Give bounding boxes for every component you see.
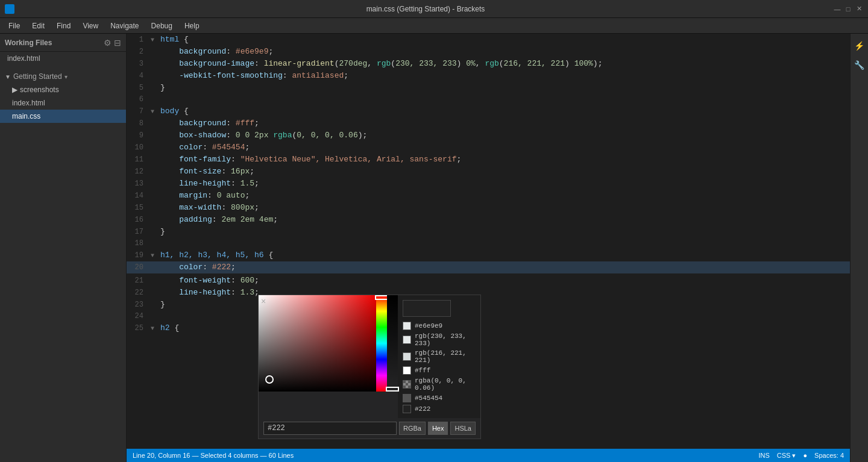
language-mode[interactable]: CSS ▾ bbox=[777, 452, 796, 460]
minimize-button[interactable]: — bbox=[833, 5, 841, 13]
close-button[interactable]: ✕ bbox=[855, 5, 863, 13]
code-line-17: 17 } bbox=[127, 226, 850, 238]
line-number: 20 bbox=[127, 262, 151, 273]
line-number: 14 bbox=[127, 190, 151, 202]
line-content: font-weight: 600; bbox=[160, 275, 850, 286]
menu-navigate[interactable]: Navigate bbox=[104, 18, 145, 34]
color-gradient-area[interactable] bbox=[259, 295, 376, 392]
line-content: html { bbox=[160, 34, 850, 45]
line-content: background: #e6e9e9; bbox=[160, 46, 850, 57]
code-line-16: 16 padding: 2em 2em 4em; bbox=[127, 214, 850, 226]
line-number: 13 bbox=[127, 178, 151, 190]
code-line-6: 6 bbox=[127, 94, 850, 105]
color-swatches: #e6e9e9 rgb(230, 233, 233) rgb(216, 221,… bbox=[398, 295, 480, 418]
line-content: padding: 2em 2em 4em; bbox=[160, 214, 850, 225]
code-line-22: 22 line-height: 1.3; bbox=[127, 287, 850, 299]
line-number: 6 bbox=[127, 94, 151, 105]
code-line-24: 24 bbox=[127, 311, 850, 322]
working-file-index-html[interactable]: index.html bbox=[0, 52, 126, 65]
line-content: color: #545454; bbox=[160, 142, 850, 153]
swatch-rgb-230[interactable]: rgb(230, 233, 233) bbox=[403, 332, 476, 347]
screenshots-folder[interactable]: ▶ screenshots bbox=[0, 83, 126, 96]
live-preview-icon[interactable]: ⚡ bbox=[852, 39, 867, 53]
project-header[interactable]: ▼ Getting Started ▾ bbox=[0, 70, 126, 83]
right-panel: ⚡ 🔧 bbox=[850, 34, 868, 462]
line-content: margin: 0 auto; bbox=[160, 190, 850, 201]
line-content: } bbox=[160, 226, 850, 237]
hsla-mode-button[interactable]: HSLa bbox=[450, 422, 476, 435]
statusbar: Line 20, Column 16 — Selected 4 columns … bbox=[127, 449, 850, 462]
menubar: File Edit Find View Navigate Debug Help bbox=[0, 18, 868, 34]
sidebar-header-icons: ⚙ ⊟ bbox=[104, 38, 121, 48]
color-cursor bbox=[265, 375, 274, 384]
sidebar: Working Files ⚙ ⊟ index.html ▼ Getting S… bbox=[0, 34, 127, 462]
menu-file[interactable]: File bbox=[2, 18, 26, 34]
line-content: box-shadow: 0 0 2px rgba(0, 0, 0, 0.06); bbox=[160, 130, 850, 141]
code-line-8: 8 background: #fff; bbox=[127, 117, 850, 130]
fold-arrow: ▼ bbox=[151, 323, 160, 334]
swatch-e6e9e9[interactable]: #e6e9e9 bbox=[403, 322, 476, 330]
line-number: 2 bbox=[127, 46, 151, 58]
menu-debug[interactable]: Debug bbox=[145, 18, 178, 34]
line-number: 3 bbox=[127, 58, 151, 70]
swatch-color-rgb-230 bbox=[403, 336, 411, 344]
color-gradient-dark-overlay bbox=[259, 295, 376, 392]
line-content: background: #fff; bbox=[160, 117, 850, 129]
swatch-color-222 bbox=[403, 405, 411, 413]
line-content: body { bbox=[160, 105, 850, 117]
alpha-slider[interactable] bbox=[387, 295, 398, 392]
project-file-main-css[interactable]: main.css bbox=[0, 110, 126, 123]
titlebar: main.css (Getting Started) - Brackets — … bbox=[0, 0, 868, 18]
code-line-13: 13 line-height: 1.5; bbox=[127, 178, 850, 190]
line-number: 11 bbox=[127, 154, 151, 166]
line-content: max-width: 800px; bbox=[160, 202, 850, 213]
code-line-9: 9 box-shadow: 0 0 2px rgba(0, 0, 0, 0.06… bbox=[127, 130, 850, 142]
hue-indicator bbox=[375, 295, 388, 300]
code-line-18: 18 bbox=[127, 238, 850, 249]
cursor-position: Line 20, Column 16 — Selected 4 columns … bbox=[133, 452, 294, 459]
app-icon bbox=[5, 4, 14, 14]
swatch-rgb-216[interactable]: rgb(216, 221, 221) bbox=[403, 349, 476, 364]
menu-edit[interactable]: Edit bbox=[26, 18, 51, 34]
line-number: 7 bbox=[127, 106, 151, 117]
maximize-button[interactable]: □ bbox=[844, 5, 852, 13]
project-file-index-html[interactable]: index.html bbox=[0, 96, 126, 110]
hue-slider[interactable] bbox=[376, 295, 387, 392]
line-number: 10 bbox=[127, 142, 151, 154]
line-content: } bbox=[160, 82, 850, 93]
code-editor-bottom[interactable]: 21 font-weight: 600;22 line-height: 1.3;… bbox=[127, 275, 850, 449]
code-editor[interactable]: 1▼html {2 background: #e6e9e9;3 backgrou… bbox=[127, 34, 850, 275]
rgba-mode-button[interactable]: RGBa bbox=[399, 422, 426, 435]
main-layout: Working Files ⚙ ⊟ index.html ▼ Getting S… bbox=[0, 34, 868, 462]
code-line-20: 20 color: #222; bbox=[127, 261, 850, 273]
line-number: 15 bbox=[127, 202, 151, 214]
swatch-545454[interactable]: #545454 bbox=[403, 394, 476, 402]
line-number: 9 bbox=[127, 130, 151, 142]
line-number: 21 bbox=[127, 275, 151, 287]
swatch-222[interactable]: #222 bbox=[403, 405, 476, 413]
swatch-fff[interactable]: #fff bbox=[403, 366, 476, 375]
settings-icon[interactable]: ⚙ bbox=[104, 38, 112, 48]
editor-area: 1▼html {2 background: #e6e9e9;3 backgrou… bbox=[127, 34, 850, 462]
menu-view[interactable]: View bbox=[77, 18, 104, 34]
line-content: font-family: "Helvetica Neue", Helvetica… bbox=[160, 154, 850, 165]
swatch-color-e6e9e9 bbox=[403, 322, 411, 330]
swatch-rgba-transparent[interactable]: rgba(0, 0, 0, 0.06) bbox=[403, 377, 476, 392]
hex-mode-button[interactable]: Hex bbox=[428, 422, 448, 435]
menu-help[interactable]: Help bbox=[178, 18, 206, 34]
swatch-color-fff bbox=[403, 366, 411, 375]
line-number: 19 bbox=[127, 250, 151, 261]
fold-arrow: ▼ bbox=[151, 34, 160, 46]
hex-input[interactable]: #222 bbox=[263, 422, 397, 435]
color-picker-close-button[interactable]: × bbox=[261, 296, 266, 306]
color-picker-bottom: #222 RGBa Hex HSLa bbox=[259, 418, 480, 439]
working-files-header: Working Files ⚙ ⊟ bbox=[0, 34, 126, 52]
code-line-5: 5 } bbox=[127, 82, 850, 94]
color-picker: × bbox=[258, 295, 481, 439]
split-icon[interactable]: ⊟ bbox=[114, 38, 121, 48]
spaces-setting[interactable]: Spaces: 4 bbox=[814, 452, 844, 459]
code-line-25: 25▼h2 { bbox=[127, 322, 850, 334]
extension-icon[interactable]: 🔧 bbox=[852, 58, 867, 72]
code-line-21: 21 font-weight: 600; bbox=[127, 275, 850, 287]
menu-find[interactable]: Find bbox=[51, 18, 77, 34]
